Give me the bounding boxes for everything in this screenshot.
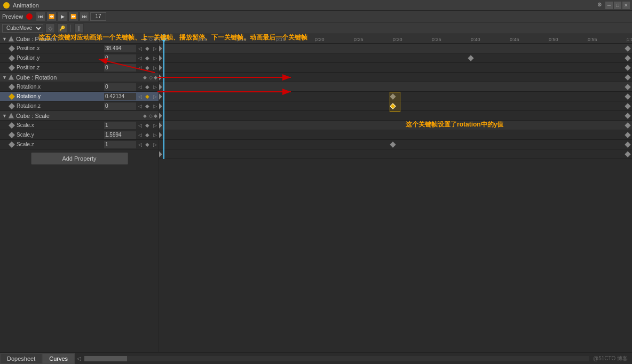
timeline-row-10[interactable] (159, 140, 632, 149)
prop-value-posx[interactable] (104, 45, 136, 52)
record-button[interactable] (26, 13, 33, 20)
prop-value-rotz[interactable] (104, 102, 136, 110)
next-key-rotz[interactable]: ▷ (151, 102, 159, 110)
minimize-button[interactable]: ─ (605, 2, 613, 9)
keyframe-diamond-r7[interactable] (159, 113, 162, 118)
clip-select[interactable]: CubeMove (2, 24, 43, 33)
add-key-roty[interactable]: ◆ (144, 93, 151, 100)
maximize-button[interactable]: □ (614, 2, 621, 9)
dopesheet-tab[interactable]: Dopesheet (0, 353, 42, 364)
group-right-scale: ◆ (154, 113, 157, 118)
next-key-roty[interactable]: ▷ (151, 93, 159, 100)
timeline-row-9[interactable] (159, 130, 632, 140)
add-key-scalez[interactable]: ◆ (144, 141, 151, 148)
prev-key-rotz[interactable]: ◁ (136, 102, 144, 110)
keyframe-diamond-r1[interactable] (468, 55, 473, 61)
prev-key-posz[interactable]: ◁ (136, 64, 144, 72)
add-key-rotx[interactable]: ◆ (144, 83, 151, 91)
prop-value-roty[interactable] (104, 93, 136, 100)
keyframe-diamond-r5[interactable] (159, 93, 162, 99)
prev-key-scalez[interactable]: ◁ (136, 141, 144, 148)
add-property-button[interactable]: Add Property (31, 153, 128, 164)
timeline-rows (159, 44, 632, 159)
frame-input[interactable]: 17 (90, 12, 106, 21)
next-key-scaley[interactable]: ▷ (151, 131, 159, 139)
scale-group-header[interactable]: ▼ Cube : Scale ◆ ◇ ◆ (0, 111, 159, 121)
add-key-posz[interactable]: ◆ (144, 64, 151, 72)
key-icon-posy (9, 55, 15, 61)
timeline-row-11[interactable] (159, 149, 632, 159)
title-icon (3, 2, 10, 9)
diamond-icon-btn[interactable]: ◇ (45, 23, 55, 33)
horizontal-scrollbar[interactable] (84, 356, 589, 361)
keyframe-diamond-r11[interactable] (159, 151, 162, 157)
timeline-row-2[interactable] (159, 63, 632, 73)
play-pause-button[interactable]: ▶ (58, 12, 67, 21)
position-group-header[interactable]: ▼ Cube : Position ◆ ◇ ◆ (0, 34, 159, 44)
prev-key-scaley[interactable]: ◁ (136, 131, 144, 139)
keyframe-diamond-r3[interactable] (159, 74, 162, 80)
right-dot-4 (625, 84, 630, 90)
keyframe-diamond-r1[interactable] (159, 55, 162, 61)
right-dot-0 (625, 45, 630, 51)
key-icon-posx (9, 45, 15, 52)
rotation-group-header[interactable]: ▼ Cube : Rotation ◆ ◇ ◆ (0, 73, 159, 82)
timeline-row-0[interactable] (159, 44, 632, 53)
prop-value-scalex[interactable] (104, 122, 136, 129)
prop-value-posz[interactable] (104, 64, 136, 72)
next-key-scalex[interactable]: ▷ (151, 122, 159, 129)
prop-value-scaley[interactable] (104, 131, 136, 139)
add-key-rotz[interactable]: ◆ (144, 102, 151, 110)
timeline-row-4[interactable] (159, 82, 632, 92)
close-button[interactable]: ✕ (622, 2, 630, 9)
add-key-posy[interactable]: ◆ (144, 54, 151, 62)
next-key-rotx[interactable]: ▷ (151, 83, 159, 91)
timeline-row-3[interactable] (159, 73, 632, 82)
prop-name-posx: Position.x (17, 45, 104, 51)
timeline-row-1[interactable] (159, 53, 632, 63)
next-key-posy[interactable]: ▷ (151, 54, 159, 62)
add-key-scaley[interactable]: ◆ (144, 131, 151, 139)
prev-key-posy[interactable]: ◁ (136, 54, 144, 62)
prop-value-posy[interactable] (104, 54, 136, 62)
next-key-scalez[interactable]: ▷ (151, 141, 159, 148)
keyframe-diamond-r4[interactable] (159, 84, 162, 90)
curves-tab[interactable]: Curves (42, 353, 75, 364)
first-frame-button[interactable]: ⏮ (36, 12, 45, 21)
prop-row-posx: Position.x ◁ ◆ ▷ (0, 44, 159, 53)
svg-marker-1 (9, 55, 15, 61)
prop-row-scalex: Scale.x ◁ ◆ ▷ (0, 121, 159, 130)
prev-keyframe-button[interactable]: ⏪ (46, 12, 57, 21)
scroll-left-btn[interactable]: ◁ (77, 355, 81, 361)
key-icon-btn[interactable]: 🔑 (57, 23, 67, 33)
prev-key-roty[interactable]: ◁ (136, 93, 144, 100)
next-key-posz[interactable]: ▷ (151, 64, 159, 72)
timeline-row-8[interactable] (159, 121, 632, 130)
timeline-row-7[interactable] (159, 111, 632, 121)
next-keyframe-button[interactable]: ⏩ (68, 12, 78, 21)
last-frame-button[interactable]: ⏭ (80, 12, 89, 21)
keyframe-diamond-r0[interactable] (159, 45, 162, 51)
prop-name-scalez: Scale.z (17, 141, 104, 147)
prop-value-scalez[interactable] (104, 141, 136, 148)
keyframe-diamond-r9[interactable] (159, 132, 162, 138)
keyframe-diamond-r10[interactable] (390, 141, 396, 147)
prop-row-rotx: Rotation.x ◁ ◆ ▷ (0, 82, 159, 92)
group-right-rot: ◆ (154, 75, 157, 80)
add-key-scalex[interactable]: ◆ (144, 122, 151, 129)
prop-value-rotx[interactable] (104, 83, 136, 91)
extra-btn[interactable]: | (74, 23, 84, 33)
keyframe-diamond-r8[interactable] (159, 122, 162, 128)
next-key-posx[interactable]: ▷ (151, 45, 159, 52)
ruler-tick-1: 0:05 (198, 34, 208, 43)
prev-key-posx[interactable]: ◁ (136, 45, 144, 52)
right-dot-2 (625, 65, 630, 70)
prev-key-scalex[interactable]: ◁ (136, 122, 144, 129)
timeline-panel[interactable]: 0:000:050:100:150:200:250:300:350:400:45… (159, 34, 632, 352)
keyframe-diamond-r6[interactable] (159, 103, 162, 109)
prev-key-rotx[interactable]: ◁ (136, 83, 144, 91)
keyframe-diamond-r2[interactable] (159, 65, 162, 70)
add-key-posx[interactable]: ◆ (144, 45, 151, 52)
ruler-tick-6: 0:30 (393, 34, 402, 43)
scrollbar-thumb[interactable] (84, 356, 127, 361)
